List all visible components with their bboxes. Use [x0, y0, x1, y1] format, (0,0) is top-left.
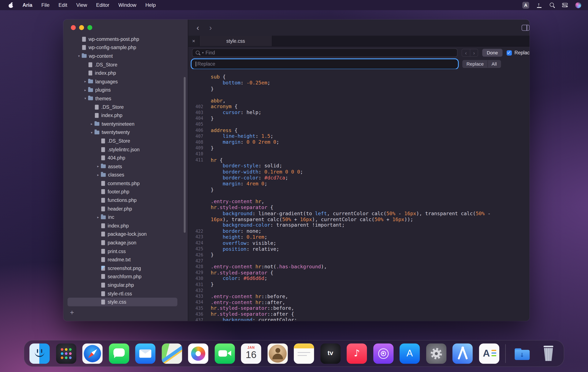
launchpad-dock-icon[interactable] [56, 343, 76, 363]
code-line[interactable]: 434.entry-content hr::after, [188, 299, 530, 305]
find-previous-button[interactable]: ‹ [462, 49, 470, 56]
menu-help[interactable]: Help [146, 2, 156, 8]
code-line[interactable]: 430 color: #6d6d6d; [188, 275, 530, 281]
code-line[interactable]: 407 line-height: 1.5; [188, 133, 530, 139]
tree-item--stylelintrc-json[interactable]: .stylelintrc.json [63, 145, 188, 154]
tree-item-classes[interactable]: ▸classes [63, 171, 188, 179]
code-line[interactable]: 408 margin: 0 0 2rem 0; [188, 139, 530, 145]
tree-item-inc[interactable]: ▸inc [63, 213, 188, 221]
chevron-down-icon[interactable]: ▾ [76, 54, 82, 58]
app-menu-title[interactable]: Aria [22, 2, 32, 8]
code-line[interactable]: 426} [188, 252, 530, 258]
replace-all-button[interactable]: All [487, 61, 501, 68]
code-line[interactable]: } [188, 187, 530, 193]
code-line[interactable]: 437 background: currentColor; [188, 317, 530, 321]
maps-dock-icon[interactable] [162, 343, 182, 363]
aria-dock-icon[interactable] [452, 343, 473, 363]
zoom-button[interactable] [87, 25, 92, 30]
chevron-right-icon[interactable]: ▸ [83, 80, 88, 84]
tree-item-themes[interactable]: ▾themes [63, 94, 188, 103]
tree-item-footer-php[interactable]: footer.php [63, 187, 188, 196]
code-line[interactable]: 428.entry-content hr:not(.has-background… [188, 264, 530, 270]
tree-item--ds-store[interactable]: .DS_Store [63, 60, 188, 69]
code-line[interactable]: 405 [188, 121, 530, 127]
code-line[interactable]: abbr, [188, 98, 530, 104]
tree-item--ds-store[interactable]: .DS_Store [63, 103, 188, 111]
chevron-down-icon[interactable]: ▾ [89, 131, 94, 134]
tab-style-css[interactable]: style.css [200, 36, 272, 46]
tree-item-style-css[interactable]: style.css [63, 298, 188, 306]
code-line[interactable]: 432 [188, 287, 530, 293]
chevron-right-icon[interactable]: ▸ [83, 88, 88, 92]
forward-button[interactable]: › [209, 24, 212, 32]
chevron-right-icon[interactable]: ▸ [89, 122, 94, 126]
code-line[interactable]: bottom: -0.25em; [188, 80, 530, 86]
code-line[interactable]: 423 height: 0.1rem; [188, 234, 530, 240]
code-line[interactable] [188, 92, 530, 98]
code-line[interactable]: border-color: #dcd7ca; [188, 175, 530, 181]
code-line[interactable]: border-style: solid; [188, 163, 530, 169]
facetime-dock-icon[interactable] [215, 343, 235, 363]
tree-item-index-php[interactable]: index.php [63, 221, 188, 230]
siri-icon[interactable] [575, 2, 581, 8]
panel-toggle-icon[interactable] [521, 24, 529, 31]
code-line[interactable]: 422 border: none; [188, 228, 530, 234]
code-line[interactable]: 402acronym { [188, 104, 530, 109]
menu-window[interactable]: Window [118, 2, 136, 8]
search-icon[interactable] [549, 2, 555, 8]
tree-item-style-rtl-css[interactable]: style-rtl.css [63, 289, 188, 298]
notes-dock-icon[interactable] [294, 343, 314, 363]
code-line[interactable]: margin: 4rem 0; [188, 181, 530, 187]
chevron-down-icon[interactable]: ▾ [202, 51, 204, 54]
tree-item-assets[interactable]: ▸assets [63, 162, 188, 171]
tree-item-twentytwenty[interactable]: ▾twentytwenty [63, 128, 188, 137]
code-line[interactable]: 409} [188, 145, 530, 151]
tree-item-plugins[interactable]: ▸plugins [63, 86, 188, 94]
code-line[interactable]: background-color: transparent !important… [188, 222, 530, 228]
code-line[interactable] [188, 193, 530, 198]
code-line[interactable]: border-width: 0.1rem 0 0 0; [188, 169, 530, 175]
minimize-button[interactable] [79, 25, 84, 30]
code-line[interactable]: 435hr.styled-separator::before, [188, 305, 530, 311]
chevron-right-icon[interactable]: ▸ [95, 215, 101, 219]
messages-dock-icon[interactable] [109, 343, 129, 363]
safari-dock-icon[interactable] [82, 343, 103, 363]
finder-dock-icon[interactable] [29, 343, 50, 363]
code-line[interactable]: 410 [188, 151, 530, 157]
code-line[interactable]: 406address { [188, 127, 530, 133]
contacts-dock-icon[interactable] [267, 343, 288, 363]
add-file-button[interactable]: + [68, 309, 76, 316]
code-editor[interactable]: sub { bottom: -0.25em;}abbr,402acronym {… [188, 69, 530, 321]
tree-item-readme-txt[interactable]: readme.txt [63, 255, 188, 264]
appstore-dock-icon[interactable]: A [399, 343, 420, 363]
tree-item-singular-php[interactable]: singular.php [63, 281, 188, 289]
close-button[interactable] [71, 25, 76, 30]
chevron-right-icon[interactable]: ▸ [95, 173, 101, 177]
code-line[interactable]: 403 cursor: help; [188, 109, 530, 116]
podcasts-dock-icon[interactable] [373, 343, 393, 363]
code-line[interactable]: 16px), transparent calc(50% + 16px), cur… [188, 216, 530, 222]
code-line[interactable]: 433.entry-content hr::before, [188, 293, 530, 299]
code-line[interactable]: 431} [188, 281, 530, 287]
replace-checkbox[interactable] [507, 50, 512, 55]
tree-item-searchform-php[interactable]: searchform.php [63, 272, 188, 281]
input-source-icon[interactable]: A [522, 2, 529, 9]
mail-dock-icon[interactable] [135, 343, 156, 363]
tree-item-languages[interactable]: ▸languages [63, 77, 188, 86]
tree-item-twentynineteen[interactable]: ▸twentynineteen [63, 120, 188, 128]
sidebar-scrollbar[interactable] [184, 77, 186, 233]
trash-dock-icon[interactable] [538, 343, 559, 363]
menu-edit[interactable]: Edit [59, 2, 67, 8]
tree-item-404-php[interactable]: 404.php [63, 154, 188, 162]
tree-item-wp-content[interactable]: ▾wp-content [63, 52, 188, 60]
find-input[interactable]: ▾ Find [192, 48, 457, 57]
tab-close-icon[interactable]: × [188, 36, 200, 46]
apple-menu-icon[interactable] [8, 2, 13, 8]
menu-editor[interactable]: Editor [96, 2, 109, 8]
tree-item-index-php[interactable]: index.php [63, 111, 188, 120]
photos-dock-icon[interactable] [188, 343, 208, 363]
tree-item-screenshot-png[interactable]: screenshot.png [63, 264, 188, 272]
tree-item-package-json[interactable]: package.json [63, 239, 188, 247]
downloads-dock-icon[interactable]: ↓ [512, 343, 532, 363]
adoc-dock-icon[interactable]: A [479, 343, 499, 363]
